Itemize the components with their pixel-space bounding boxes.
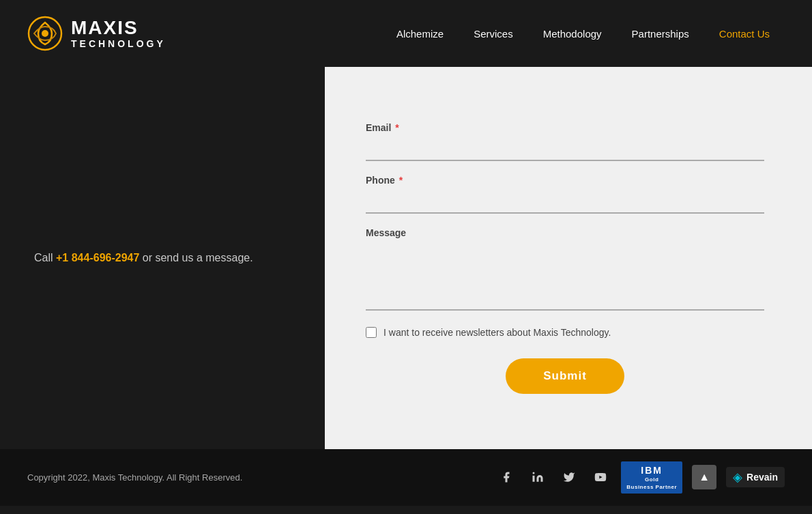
message-group: Message: [366, 227, 764, 313]
nav-contact-us[interactable]: Contact Us: [704, 0, 785, 67]
newsletter-label[interactable]: I want to receive newsletters about Maxi…: [383, 327, 611, 338]
submit-button[interactable]: Submit: [506, 358, 624, 394]
call-prefix: Call: [34, 252, 56, 263]
phone-link[interactable]: +1 844-696-2947: [56, 252, 139, 263]
header: MAXIS TECHNOLOGY Alchemize Services Meth…: [0, 0, 812, 67]
nav-partnerships[interactable]: Partnerships: [617, 0, 704, 67]
logo-company: MAXIS: [71, 18, 166, 39]
right-panel: Email * Phone * Message I want to receiv…: [325, 67, 812, 449]
footer-right: IBM Gold Business Partner ▲ ◈ Revain: [495, 461, 785, 494]
contact-form: Email * Phone * Message I want to receiv…: [366, 122, 764, 394]
revain-icon: ◈: [733, 470, 742, 485]
twitter-icon[interactable]: [558, 466, 580, 488]
nav-alchemize[interactable]: Alchemize: [381, 0, 459, 67]
phone-label: Phone *: [366, 175, 764, 186]
revain-label: Revain: [746, 472, 778, 483]
phone-group: Phone *: [366, 175, 764, 214]
logo-icon: [27, 16, 63, 51]
email-label: Email *: [366, 122, 764, 133]
ibm-partner: Business Partner: [626, 484, 677, 491]
newsletter-row: I want to receive newsletters about Maxi…: [366, 327, 764, 338]
main-nav: Alchemize Services Methodology Partnersh…: [381, 0, 785, 67]
facebook-icon[interactable]: [495, 466, 517, 488]
footer-copyright: Copyright 2022, Maxis Technology. All Ri…: [27, 472, 242, 483]
email-field[interactable]: [366, 137, 764, 161]
main-content: Call +1 844-696-2947 or send us a messag…: [0, 67, 812, 449]
nav-methodology[interactable]: Methodology: [528, 0, 617, 67]
submit-area: Submit: [366, 358, 764, 394]
footer: Copyright 2022, Maxis Technology. All Ri…: [0, 449, 812, 506]
logo-subtitle: TECHNOLOGY: [71, 39, 166, 49]
linkedin-icon[interactable]: [527, 466, 549, 488]
ibm-gold: Gold: [626, 476, 677, 483]
left-panel: Call +1 844-696-2947 or send us a messag…: [0, 67, 325, 449]
newsletter-checkbox[interactable]: [366, 327, 377, 338]
nav-services[interactable]: Services: [459, 0, 528, 67]
revain-badge[interactable]: ◈ Revain: [726, 467, 785, 487]
svg-point-3: [533, 472, 535, 474]
ibm-badge: IBM Gold Business Partner: [621, 461, 682, 494]
ibm-title: IBM: [626, 464, 677, 476]
svg-point-1: [42, 30, 48, 37]
message-field[interactable]: [366, 242, 764, 311]
youtube-icon[interactable]: [590, 466, 611, 488]
email-required: *: [392, 122, 398, 133]
svg-rect-2: [533, 476, 535, 482]
scroll-top-button[interactable]: ▲: [692, 465, 716, 489]
email-group: Email *: [366, 122, 764, 161]
message-label: Message: [366, 227, 764, 238]
phone-field[interactable]: [366, 190, 764, 214]
call-text: Call +1 844-696-2947 or send us a messag…: [34, 248, 291, 268]
phone-required: *: [396, 175, 403, 186]
call-suffix: or send us a message.: [139, 252, 252, 263]
logo-text: MAXIS TECHNOLOGY: [71, 18, 166, 49]
logo[interactable]: MAXIS TECHNOLOGY: [27, 16, 166, 51]
